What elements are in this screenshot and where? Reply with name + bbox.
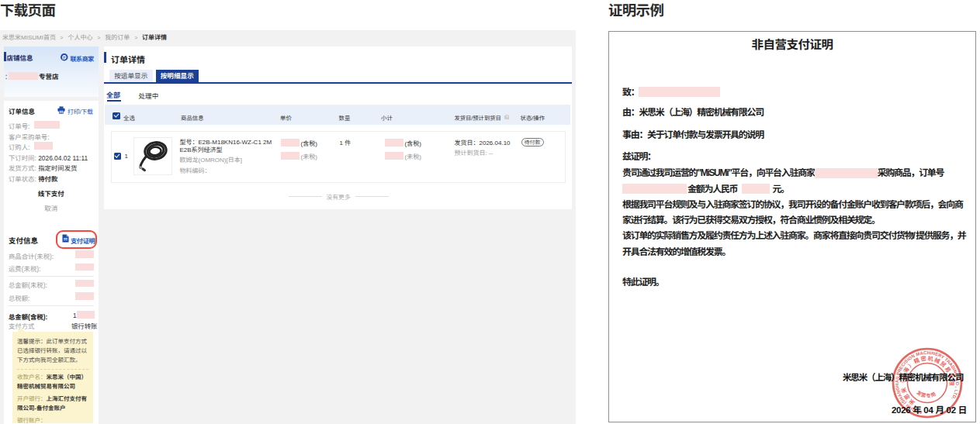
svg-text:?: ? [505, 115, 507, 119]
